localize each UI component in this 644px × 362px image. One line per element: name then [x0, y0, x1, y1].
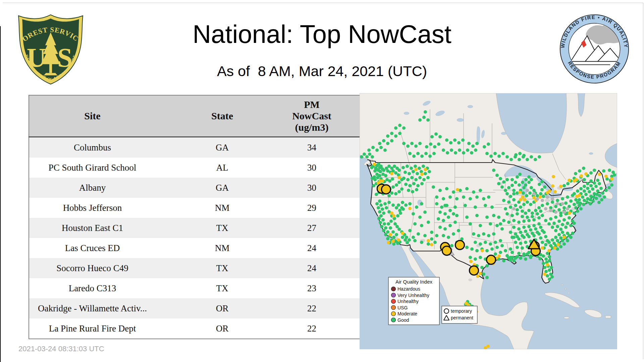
good-monitor-dot: [453, 138, 457, 142]
good-monitor-dot: [522, 203, 526, 206]
good-monitor-dot: [466, 148, 469, 152]
good-monitor-dot: [378, 210, 381, 214]
table-row: ColumbusGA34: [29, 137, 367, 158]
good-monitor-dot: [566, 222, 569, 225]
moderate-monitor-dot: [553, 246, 556, 250]
good-monitor-dot: [554, 236, 557, 239]
good-monitor-dot: [423, 210, 427, 214]
moderate-monitor-dot: [610, 177, 613, 181]
good-monitor-dot: [527, 181, 531, 184]
moderate-monitor-dot: [575, 178, 578, 181]
good-monitor-dot: [422, 165, 425, 168]
good-monitor-dot: [509, 205, 512, 209]
good-monitor-dot: [426, 176, 430, 179]
good-monitor-dot: [390, 139, 393, 142]
good-monitor-dot: [489, 242, 492, 246]
good-monitor-dot: [430, 231, 433, 234]
pm-nowcast-cell: 22: [289, 318, 367, 339]
good-monitor-dot: [539, 192, 542, 195]
good-monitor-dot: [425, 145, 428, 148]
good-monitor-dot: [541, 214, 544, 217]
symbol-legend: temporary permanent: [442, 306, 477, 323]
good-monitor-dot: [531, 215, 534, 218]
good-monitor-dot: [569, 224, 573, 227]
good-monitor-dot: [530, 155, 533, 159]
state-cell: OR: [156, 318, 289, 339]
table-row: Las Cruces EDNM24: [29, 238, 367, 258]
good-monitor-dot: [423, 234, 427, 237]
good-monitor-dot: [449, 141, 452, 144]
pm-nowcast-cell: 24: [289, 258, 367, 278]
good-monitor-dot: [585, 200, 589, 204]
good-monitor-dot: [521, 181, 524, 184]
site-cell: PC South Girard School: [29, 158, 156, 178]
good-monitor-dot: [529, 203, 532, 206]
good-monitor-dot: [401, 207, 405, 211]
good-monitor-dot: [469, 256, 472, 259]
good-monitor-dot: [511, 251, 514, 254]
good-monitor-dot: [532, 218, 536, 222]
aqi-legend: Air Quality Index HazardousVery Unhealth…: [388, 277, 439, 325]
good-monitor-dot: [564, 226, 568, 229]
good-monitor-dot: [472, 232, 475, 236]
good-monitor-dot: [551, 226, 554, 229]
good-monitor-dot: [386, 134, 389, 138]
good-monitor-dot: [395, 183, 398, 187]
good-monitor-dot: [410, 142, 414, 145]
good-monitor-dot: [517, 227, 521, 231]
good-monitor-dot: [395, 225, 399, 228]
good-monitor-dot: [600, 198, 603, 201]
good-monitor-dot: [389, 220, 393, 223]
good-monitor-dot: [467, 142, 471, 145]
good-monitor-dot: [505, 155, 509, 159]
good-monitor-dot: [514, 204, 517, 207]
good-monitor-dot: [435, 195, 438, 199]
moderate-monitor-dot: [548, 189, 551, 193]
good-monitor-dot: [589, 171, 593, 175]
good-monitor-dot: [571, 232, 574, 235]
good-monitor-dot: [557, 208, 561, 212]
good-monitor-dot: [504, 207, 507, 210]
good-monitor-dot: [428, 155, 432, 158]
good-monitor-dot: [394, 126, 397, 130]
moderate-monitor-dot: [390, 172, 393, 175]
inactive-monitor-dot: [556, 202, 559, 205]
good-monitor-dot: [365, 155, 369, 159]
table-row: La Pine Rural Fire DeptOR22: [29, 318, 367, 339]
good-monitor-dot: [402, 126, 406, 130]
good-monitor-dot: [400, 187, 404, 191]
site-cell: Columbus: [29, 137, 156, 158]
good-monitor-dot: [494, 252, 497, 256]
good-monitor-dot: [519, 231, 522, 234]
pm-nowcast-cell: 30: [289, 178, 367, 198]
good-monitor-dot: [387, 222, 390, 226]
good-monitor-dot: [418, 216, 422, 219]
good-monitor-dot: [385, 206, 388, 209]
good-monitor-dot: [391, 185, 395, 189]
good-monitor-dot: [539, 209, 542, 213]
good-monitor-dot: [504, 249, 507, 252]
moderate-monitor-dot: [387, 241, 390, 244]
moderate-monitor-dot: [598, 173, 601, 176]
good-monitor-dot: [569, 199, 573, 203]
moderate-monitor-dot: [559, 185, 562, 188]
good-monitor-dot: [521, 215, 524, 218]
moderate-monitor-dot: [523, 198, 526, 201]
state-cell: AL: [156, 158, 289, 178]
moderate-monitor-dot: [408, 207, 412, 210]
good-monitor-dot: [404, 183, 408, 186]
good-monitor-dot: [397, 169, 401, 172]
good-monitor-dot: [484, 204, 487, 207]
table-row: PC South Girard SchoolAL30: [29, 158, 367, 178]
inactive-monitor-dot: [549, 209, 552, 212]
good-monitor-dot: [594, 185, 598, 188]
good-monitor-dot: [492, 169, 495, 172]
good-monitor-dot: [554, 216, 557, 219]
good-monitor-dot: [507, 256, 510, 260]
good-monitor-dot: [551, 238, 554, 242]
good-monitor-dot: [442, 197, 445, 200]
moderate-monitor-dot: [518, 191, 522, 194]
moderate-monitor-dot: [381, 179, 384, 183]
moderate-monitor-dot: [575, 195, 579, 198]
good-monitor-dot: [457, 141, 461, 144]
